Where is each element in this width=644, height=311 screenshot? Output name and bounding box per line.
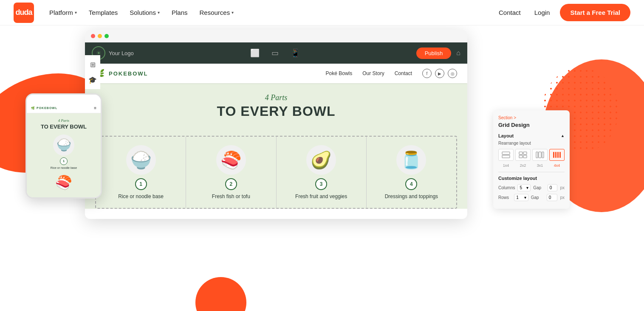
browser-bar (85, 30, 467, 42)
layout-4x4[interactable] (549, 149, 565, 161)
bowl-item-2: 🍣 2 Fresh fish or tofu (186, 137, 276, 208)
nav-plans[interactable]: Plans (167, 6, 193, 20)
row-gap-label: Gap (531, 195, 544, 200)
chevron-down-icon: ▾ (526, 185, 528, 190)
nav-platform[interactable]: Platform ▾ (44, 6, 82, 20)
publish-button[interactable]: Publish (416, 48, 452, 59)
facebook-icon[interactable]: f (422, 69, 432, 78)
learn-icon[interactable]: 🎓 (87, 74, 99, 86)
mobile-food-1: 🍚 (53, 134, 74, 156)
nav-templates[interactable]: Templates (84, 6, 123, 20)
panel-divider (498, 172, 565, 172)
food-visual-4: 🫙 (396, 145, 426, 175)
hero-title: TO EVERY BOWL (95, 104, 457, 119)
layout-label-1x4: 1x4 (498, 163, 514, 168)
hero-subtitle: 4 Parts (95, 93, 457, 102)
mobile-content-area: 4 Parts TO EVERY BOWL 🍚 1 Rice or noodle… (27, 113, 101, 197)
editor-logo-text: Your Logo (109, 50, 134, 56)
login-link[interactable]: Login (531, 6, 554, 20)
mobile-fish: 🍣 (31, 173, 96, 192)
layout-label-3x1: 3x1 (532, 163, 548, 168)
columns-select[interactable]: 5 ▾ (517, 184, 531, 191)
layout-options (498, 149, 565, 161)
nav-links: Platform ▾ Templates Solutions ▾ Plans R… (44, 6, 495, 20)
rows-select[interactable]: 1 ▾ (514, 194, 528, 201)
food-visual-1: 🍚 (126, 145, 156, 175)
navbar: duda Platform ▾ Templates Solutions ▾ Pl… (0, 0, 644, 25)
browser-dot-yellow (98, 34, 102, 38)
hamburger-icon[interactable]: ≡ (94, 106, 96, 110)
site-nav-link-bowls[interactable]: Poké Bowls (326, 70, 353, 76)
duda-logo[interactable]: duda (14, 3, 34, 23)
chevron-down-icon: ▾ (158, 10, 160, 15)
site-nav: 🌿 POKEBOWL Poké Bowls Our Story Contact … (85, 64, 467, 83)
website-preview: 🌿 POKEBOWL Poké Bowls Our Story Contact … (85, 64, 467, 209)
svg-rect-8 (542, 152, 544, 158)
chevron-down-icon: ▾ (524, 195, 526, 200)
svg-rect-5 (523, 155, 527, 158)
bowl-label-2: Fresh fish or tofu (191, 193, 271, 199)
rows-field-row: Rows 1 ▾ Gap 0 px (498, 194, 565, 201)
mobile-icon[interactable]: 📱 (287, 47, 303, 59)
columns-label: Columns (498, 185, 515, 190)
mobile-status-bar (27, 95, 101, 103)
mobile-logo-icon: 🌿 (31, 106, 35, 110)
nav-solutions[interactable]: Solutions ▾ (124, 6, 165, 20)
start-trial-button[interactable]: Start a Free Trial (560, 4, 630, 21)
nav-right: Contact Login Start a Free Trial (495, 4, 630, 21)
food-visual-3: 🥑 (306, 145, 336, 175)
mobile-preview: 🌿 POKEBOWL ≡ 4 Parts TO EVERY BOWL 🍚 1 R… (25, 93, 102, 199)
editor-toolbar: ☀ Your Logo ⬜ ▭ 📱 Publish ⌂ (85, 42, 467, 64)
grid-design-panel: Section > Grid Design Layout ▲ Rearrange… (493, 110, 570, 209)
instagram-icon[interactable]: ◎ (448, 69, 457, 78)
chevron-down-icon: ▾ (232, 10, 234, 15)
layout-3x1[interactable] (532, 149, 548, 161)
layout-label-2x2: 2x2 (515, 163, 531, 168)
site-nav-links: Poké Bowls Our Story Contact (326, 70, 412, 76)
svg-rect-10 (555, 152, 556, 158)
mobile-logo-text: POKEBOWL (37, 106, 57, 109)
youtube-icon[interactable]: ▶ (435, 69, 444, 78)
mobile-hero-subtitle: 4 Parts (31, 118, 96, 123)
customize-title: Customize layout (498, 176, 565, 181)
tablet-icon[interactable]: ▭ (268, 47, 282, 59)
site-logo-text: POKEBOWL (109, 70, 148, 77)
browser-dot-red (91, 34, 95, 38)
mobile-bowl-1: 🍚 1 Rice or noodle base (31, 134, 96, 169)
hero-section: 4 Parts TO EVERY BOWL (85, 83, 467, 136)
mobile-nav: 🌿 POKEBOWL ≡ (27, 103, 101, 113)
row-gap-input[interactable]: 0 (547, 194, 558, 201)
panel-title: Grid Design (498, 122, 565, 128)
rows-label: Rows (498, 195, 511, 200)
home-icon[interactable]: ⌂ (456, 49, 460, 57)
site-nav-link-story[interactable]: Our Story (362, 70, 384, 76)
svg-rect-0 (502, 152, 510, 154)
decorative-blob-bottom (195, 277, 246, 311)
bowl-item-1: 🍚 1 Rice or noodle base (96, 137, 186, 208)
row-gap-unit: px (560, 195, 565, 200)
col-gap-input[interactable]: 0 (548, 184, 558, 191)
contact-link[interactable]: Contact (495, 6, 524, 20)
layers-icon[interactable]: ⊞ (87, 59, 99, 70)
svg-rect-4 (519, 155, 523, 158)
chevron-up-icon[interactable]: ▲ (561, 134, 565, 138)
bowl-label-1: Rice or noodle base (101, 193, 181, 199)
food-visual-2: 🍣 (216, 145, 246, 175)
bowl-label-3: Fresh fruit and veggies (282, 193, 361, 199)
desktop-icon[interactable]: ⬜ (247, 47, 263, 59)
bowl-grid: 🍚 1 Rice or noodle base 🍣 2 Fresh fish o… (95, 136, 457, 209)
site-nav-link-contact[interactable]: Contact (395, 70, 412, 76)
svg-rect-11 (557, 152, 559, 158)
mobile-site-logo: 🌿 POKEBOWL (31, 106, 57, 110)
site-nav-social: f ▶ ◎ (422, 69, 457, 78)
mobile-hero-title: TO EVERY BOWL (31, 123, 96, 130)
layout-2x2[interactable] (515, 149, 531, 161)
nav-resources[interactable]: Resources ▾ (194, 6, 239, 20)
bowl-number-1: 1 (135, 178, 147, 190)
svg-rect-3 (523, 152, 527, 154)
panel-breadcrumb: Section > (498, 115, 565, 120)
chevron-down-icon: ▾ (75, 10, 77, 15)
layout-1x4[interactable] (498, 149, 514, 161)
svg-rect-7 (539, 152, 541, 158)
site-logo: 🌿 POKEBOWL (95, 69, 148, 78)
